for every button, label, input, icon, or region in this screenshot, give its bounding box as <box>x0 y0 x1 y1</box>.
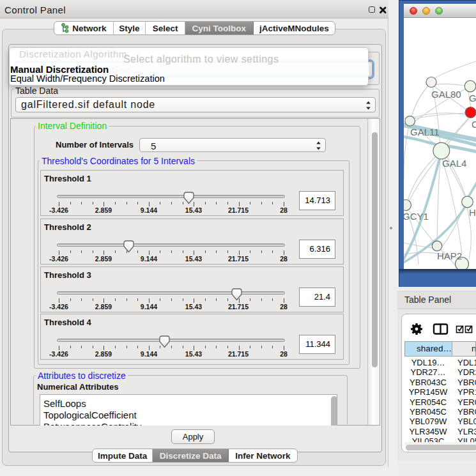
svg-text:H: H <box>469 207 476 218</box>
svg-text:C: C <box>472 119 476 130</box>
svg-text:HAP2: HAP2 <box>437 250 462 261</box>
svg-text:GCY1: GCY1 <box>404 211 429 222</box>
svg-text:GA: GA <box>469 93 476 104</box>
svg-text:GAL4: GAL4 <box>442 158 466 169</box>
svg-text:GAL11: GAL11 <box>410 127 440 137</box>
svg-text:GAL80: GAL80 <box>431 89 461 100</box>
